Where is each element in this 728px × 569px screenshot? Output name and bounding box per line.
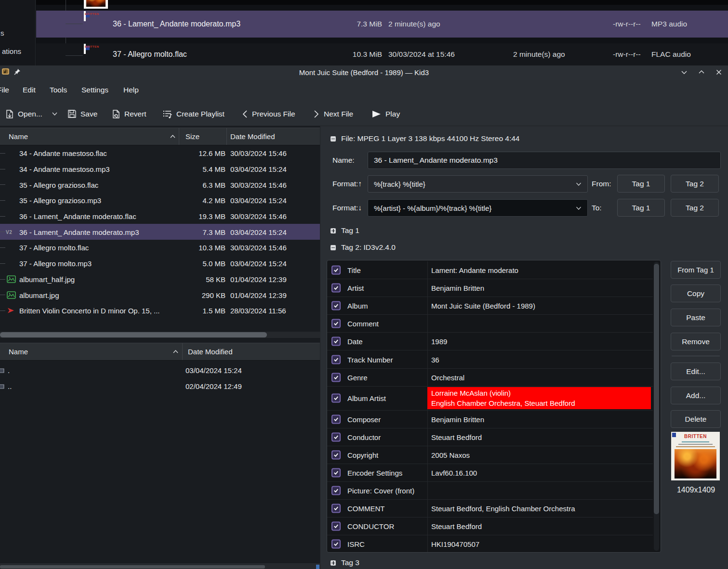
checkbox[interactable] [331, 432, 341, 441]
checkbox[interactable] [331, 319, 341, 328]
scrollbar-handle[interactable] [0, 565, 265, 569]
close-button[interactable] [714, 67, 724, 78]
checkbox[interactable] [331, 373, 341, 382]
save-button[interactable]: Save [67, 102, 97, 126]
checkbox[interactable] [331, 504, 341, 513]
file-row[interactable]: Britten Violin Concerto in D minor Op. 1… [0, 303, 320, 319]
tag-row[interactable]: Date1989 [327, 333, 653, 350]
file-row[interactable]: 34 - Andante maestoso.mp35.4 MB03/04/202… [0, 161, 320, 177]
tag2-section[interactable]: Tag 2: ID3v2.4.0 [331, 243, 396, 252]
file-row[interactable]: albumart_half.jpg58 KB01/04/2024 12:39 [0, 272, 320, 287]
copy-button[interactable]: Copy [671, 284, 721, 302]
add-button[interactable]: Add... [671, 387, 721, 404]
from-tag1-button[interactable]: From Tag 1 [671, 261, 721, 279]
vertical-scrollbar[interactable] [654, 262, 659, 551]
header-name[interactable]: Name [9, 348, 28, 356]
tag-row[interactable]: COMMENTSteuart Bedford, English Chamber … [327, 500, 653, 517]
open-button[interactable]: Open... [5, 102, 42, 126]
checkbox[interactable] [331, 301, 341, 310]
tag-row[interactable]: Picture: Cover (front) [327, 482, 653, 500]
checkbox[interactable] [331, 468, 341, 477]
tag-row[interactable]: ArtistBenjamin Britten [327, 279, 653, 297]
file-row[interactable]: 34 - Andante maestoso.flac12.6 MB30/03/2… [0, 145, 320, 161]
minimize-button[interactable] [679, 67, 689, 78]
fm-row-selected[interactable]: BRITTEN 36 - Lament_ Andante moderato.mp… [36, 11, 728, 38]
expand-icon[interactable] [331, 228, 336, 233]
file-row[interactable]: 36 - Lament_ Andante moderato.flac19.3 M… [0, 208, 320, 224]
play-button[interactable]: Play [371, 102, 400, 126]
checkbox[interactable] [331, 355, 341, 364]
next-file-button[interactable]: Next File [313, 102, 353, 126]
header-date-modified[interactable]: Date Modified [230, 132, 275, 141]
fm-sidebar-item[interactable]: s [0, 29, 4, 37]
checkbox[interactable] [331, 266, 341, 275]
dir-row[interactable]: ..02/04/2024 12:49 [0, 378, 320, 394]
header-name[interactable]: Name [9, 132, 28, 141]
tag-row[interactable]: AlbumMont Juic Suite (Bedford - 1989) [327, 297, 653, 315]
from-tag2-format-button[interactable]: Tag 2 [671, 175, 719, 193]
menu-help[interactable]: Help [123, 86, 139, 94]
bottom-horizontal-scrollbar[interactable] [0, 565, 320, 569]
tag1-section[interactable]: Tag 1 [331, 226, 359, 235]
tag-row[interactable]: Track Number36 [327, 350, 653, 368]
file-row[interactable]: 37 - Allegro molto.mp35.0 MB03/04/2024 1… [0, 256, 320, 272]
menu-settings[interactable]: Settings [81, 86, 108, 94]
tag-row[interactable]: GenreOrchestral [327, 369, 653, 387]
tag-row[interactable]: ISRCHKI190470507 [327, 535, 653, 553]
tag-row[interactable]: ConductorSteuart Bedford [327, 428, 653, 446]
file-row[interactable]: albumart.jpg290 KB01/04/2024 12:39 [0, 287, 320, 303]
error-highlighted-value[interactable]: Lorraine McAslan (violin) English Chambe… [427, 387, 651, 409]
header-date-modified[interactable]: Date Modified [188, 348, 233, 356]
tag3-section[interactable]: Tag 3 [331, 558, 359, 567]
file-row[interactable]: 35 - Allegro grazioso.flac6.3 MB30/03/20… [0, 177, 320, 193]
tag-row[interactable]: CONDUCTORSteuart Bedford [327, 517, 653, 535]
dir-row[interactable]: .03/04/2024 15:24 [0, 362, 320, 378]
to-tag2-format-button[interactable]: Tag 2 [671, 199, 719, 217]
maximize-button[interactable] [696, 67, 707, 78]
titlebar[interactable]: Mont Juic Suite (Bedford - 1989) — Kid3 [0, 65, 728, 80]
open-dropdown-chevron[interactable] [52, 102, 58, 126]
revert-button[interactable]: Revert [111, 102, 146, 126]
edit-button[interactable]: Edit... [671, 362, 721, 380]
checkbox[interactable] [331, 414, 341, 424]
fm-sidebar-item[interactable]: ations [2, 47, 21, 55]
horizontal-scrollbar[interactable] [0, 332, 320, 338]
scrollbar-handle[interactable] [654, 264, 659, 514]
fm-row[interactable]: BRITTEN 37 - Allegro molto.flac 10.3 MiB… [36, 43, 728, 65]
menu-file[interactable]: File [0, 86, 9, 94]
file-row[interactable]: 37 - Allegro molto.flac10.3 MB30/03/2024… [0, 240, 320, 256]
album-art-preview[interactable]: BRITTEN [671, 432, 720, 480]
file-info-section[interactable]: File: MPEG 1 Layer 3 138 kbps 44100 Hz S… [331, 134, 520, 143]
previous-file-button[interactable]: Previous File [241, 102, 295, 126]
remove-button[interactable]: Remove [671, 333, 721, 350]
file-row[interactable]: 35 - Allegro grazioso.mp34.2 MB03/04/202… [0, 193, 320, 208]
from-tag1-format-button[interactable]: Tag 1 [617, 175, 665, 193]
tag-row[interactable]: ComposerBenjamin Britten [327, 411, 653, 428]
paste-button[interactable]: Paste [671, 309, 721, 326]
collapse-icon[interactable] [331, 136, 336, 142]
collapse-icon[interactable] [331, 245, 336, 250]
tag-row[interactable]: Comment [327, 315, 653, 333]
to-tag1-format-button[interactable]: Tag 1 [617, 199, 665, 217]
format-to-filename-combobox[interactable]: %{artist} - %{album}/%{track} %{title} [368, 199, 588, 217]
header-size[interactable]: Size [185, 132, 199, 141]
checkbox[interactable] [331, 540, 341, 549]
expand-icon[interactable] [331, 560, 336, 566]
tag-row[interactable]: TitleLament: Andante moderato [327, 261, 653, 279]
checkbox[interactable] [331, 284, 341, 293]
create-playlist-button[interactable]: Create Playlist [162, 102, 225, 126]
format-from-filename-combobox[interactable]: %{track} %{title} [368, 175, 588, 193]
tag-row[interactable]: Copyright2005 Naxos [327, 446, 653, 464]
checkbox[interactable] [331, 522, 341, 531]
filename-input[interactable]: 36 - Lament_ Andante moderato.mp3 [368, 152, 721, 169]
checkbox[interactable] [331, 394, 341, 403]
checkbox[interactable] [331, 337, 341, 346]
file-row-selected[interactable]: V236 - Lament_ Andante moderato.mp37.3 M… [0, 224, 320, 240]
scrollbar-handle[interactable] [0, 332, 267, 337]
menu-tools[interactable]: Tools [50, 86, 67, 94]
menu-edit[interactable]: Edit [23, 86, 36, 94]
tag-row[interactable]: Encoder SettingsLavf60.16.100 [327, 464, 653, 482]
tag-row-album-artist[interactable]: Album ArtistLorraine McAslan (violin) En… [327, 387, 653, 411]
checkbox[interactable] [331, 486, 341, 495]
delete-button[interactable]: Delete [671, 410, 721, 428]
